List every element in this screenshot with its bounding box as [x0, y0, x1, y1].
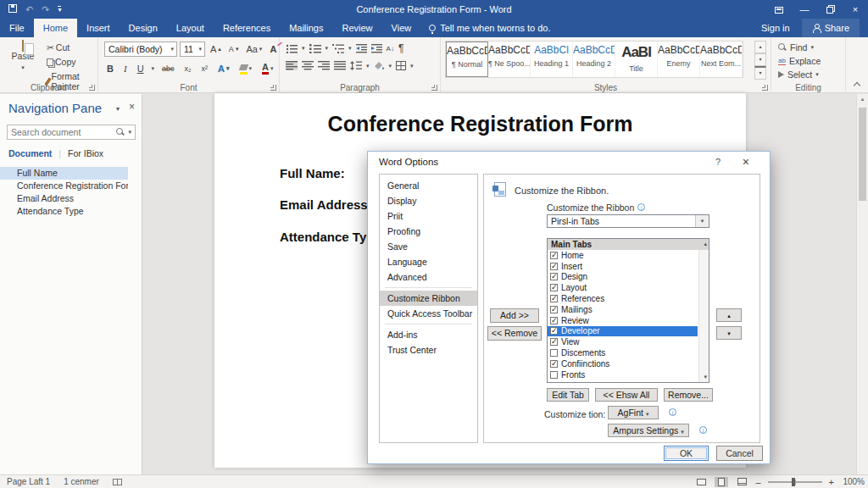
- search-options-icon[interactable]: ▾: [125, 129, 135, 136]
- style-title[interactable]: AaBITitle: [615, 42, 658, 77]
- tab-view[interactable]: View: [382, 19, 421, 37]
- select-button[interactable]: Select▾: [778, 69, 821, 80]
- restore-icon[interactable]: [817, 0, 843, 19]
- checkbox[interactable]: [550, 349, 558, 357]
- zoom-slider-thumb[interactable]: [792, 478, 795, 486]
- change-case-button[interactable]: Aa▾: [243, 43, 264, 55]
- align-left-icon[interactable]: [286, 61, 298, 70]
- ok-button[interactable]: OK: [664, 446, 709, 461]
- strikethrough-button[interactable]: abc: [159, 64, 177, 74]
- menu-customize-ribbon[interactable]: Customize Ribbon: [380, 291, 477, 306]
- shading-icon[interactable]: [374, 61, 385, 70]
- zoom-level[interactable]: 100%: [841, 477, 865, 486]
- sort-button[interactable]: A↓: [387, 45, 394, 53]
- customize-qat-icon[interactable]: ▾: [58, 6, 61, 13]
- style-enemy[interactable]: AaBbCcDrEnemy: [658, 42, 700, 77]
- menu-trust-center[interactable]: Trust Center: [380, 342, 477, 358]
- move-up-button[interactable]: ▴: [716, 308, 742, 322]
- clipboard-dialog-launcher-icon[interactable]: [89, 85, 95, 91]
- collapse-ribbon-icon[interactable]: [854, 80, 860, 87]
- grow-font-button[interactable]: A▴: [208, 43, 224, 55]
- align-right-icon[interactable]: [318, 61, 330, 70]
- text-effects-button[interactable]: A▾: [215, 63, 231, 75]
- style-heading2[interactable]: AaBbCcDHeading 2: [573, 42, 615, 77]
- underline-caret-icon[interactable]: ▾: [152, 65, 155, 72]
- checkbox[interactable]: [550, 295, 558, 302]
- show-hide-pilcrow-button[interactable]: ¶: [398, 42, 403, 54]
- styles-more-icon[interactable]: ▾: [754, 66, 766, 80]
- replace-button[interactable]: abExplace: [778, 56, 821, 66]
- show-all-button[interactable]: << Ehsw All: [595, 388, 658, 402]
- scrollbar-thumb[interactable]: [859, 108, 866, 201]
- ampurs-settings-dropdown-button[interactable]: Ampurs Settings ▾: [608, 424, 689, 437]
- zoom-out-button[interactable]: –: [755, 477, 760, 487]
- checkbox[interactable]: [550, 284, 558, 291]
- borders-icon[interactable]: [396, 61, 406, 70]
- search-icon[interactable]: [116, 128, 125, 136]
- move-down-button[interactable]: ▾: [716, 326, 742, 340]
- italic-button[interactable]: I: [121, 63, 130, 75]
- menu-print[interactable]: Priit: [380, 208, 477, 224]
- superscript-button[interactable]: x²: [199, 64, 211, 74]
- list-scroll-up-icon[interactable]: ▴: [704, 241, 707, 247]
- tab-file[interactable]: File: [0, 19, 34, 37]
- tab-row-design[interactable]: Design: [548, 272, 698, 283]
- tab-home[interactable]: Home: [34, 19, 77, 37]
- paste-caret-icon[interactable]: ▾: [21, 64, 25, 70]
- menu-general[interactable]: General: [380, 178, 477, 193]
- highlight-button[interactable]: ▾: [237, 61, 255, 75]
- checkbox[interactable]: [550, 306, 558, 313]
- zoom-in-button[interactable]: +: [829, 477, 834, 487]
- nav-tab-other[interactable]: For IBiox: [68, 148, 103, 158]
- checkbox[interactable]: [550, 273, 558, 280]
- nav-tab-document[interactable]: Document: [8, 148, 52, 158]
- ribbon-display-options-icon[interactable]: [766, 0, 792, 19]
- nav-item-email[interactable]: Email Address: [0, 192, 128, 205]
- minimize-icon[interactable]: —: [792, 0, 817, 19]
- nav-pane-options-icon[interactable]: ▾: [116, 105, 120, 113]
- share-button[interactable]: Share: [802, 19, 860, 37]
- search-input[interactable]: [8, 127, 116, 137]
- edit-tab-button[interactable]: Edit Tab: [547, 388, 589, 402]
- redo-icon[interactable]: ↷: [42, 4, 49, 15]
- tab-insert[interactable]: Insert: [77, 19, 120, 37]
- remove-button[interactable]: Remove...: [664, 388, 713, 402]
- line-spacing-icon[interactable]: [350, 61, 362, 70]
- add-button[interactable]: Add >>: [490, 308, 539, 323]
- tabs-dropdown[interactable]: Pirsl-in Tabs ▾: [547, 214, 709, 228]
- style-next[interactable]: AaBbCcDrNext Eom...: [700, 42, 743, 77]
- tab-row-discements[interactable]: Discements: [548, 347, 698, 358]
- subscript-button[interactable]: x₂: [182, 64, 194, 74]
- menu-display[interactable]: Display: [380, 193, 477, 208]
- checkbox[interactable]: [550, 327, 558, 335]
- paragraph-dialog-launcher-icon[interactable]: [431, 85, 437, 91]
- web-layout-icon[interactable]: [735, 477, 748, 487]
- increase-indent-icon[interactable]: [371, 44, 382, 53]
- copy-button[interactable]: Copy: [44, 56, 97, 68]
- tab-row-view[interactable]: View: [548, 336, 698, 347]
- bold-button[interactable]: B: [104, 63, 116, 75]
- style-heading1[interactable]: AaBbClHeading 1: [531, 42, 573, 77]
- tab-review[interactable]: Review: [333, 19, 382, 37]
- page-indicator[interactable]: Page Laft 1: [7, 475, 50, 488]
- read-mode-icon[interactable]: [694, 477, 708, 487]
- nav-item-conference[interactable]: Conference Registration Form: [0, 180, 128, 192]
- sign-in-link[interactable]: Sign in: [761, 23, 790, 33]
- tab-row-references[interactable]: References: [548, 293, 698, 304]
- checkbox[interactable]: [550, 360, 558, 368]
- checkbox[interactable]: [550, 371, 558, 379]
- proofing-book-icon[interactable]: [113, 479, 122, 485]
- save-icon[interactable]: [8, 4, 17, 14]
- tab-row-insert[interactable]: Insert: [548, 261, 698, 272]
- checkbox[interactable]: [550, 252, 558, 259]
- align-center-icon[interactable]: [302, 61, 314, 70]
- font-color-button[interactable]: A▾: [259, 61, 275, 75]
- menu-save[interactable]: Save: [380, 239, 477, 254]
- scroll-up-icon[interactable]: ▴: [857, 96, 868, 103]
- clear-formatting-button[interactable]: A: [267, 43, 279, 55]
- tab-design[interactable]: Design: [120, 19, 167, 37]
- tab-mailings[interactable]: Mailings: [280, 19, 332, 37]
- list-scroll-down-icon[interactable]: ▾: [704, 374, 707, 380]
- nav-item-attendance[interactable]: Attendance Type: [0, 205, 128, 218]
- agfint-dropdown-button[interactable]: AgFint ▾: [608, 406, 659, 419]
